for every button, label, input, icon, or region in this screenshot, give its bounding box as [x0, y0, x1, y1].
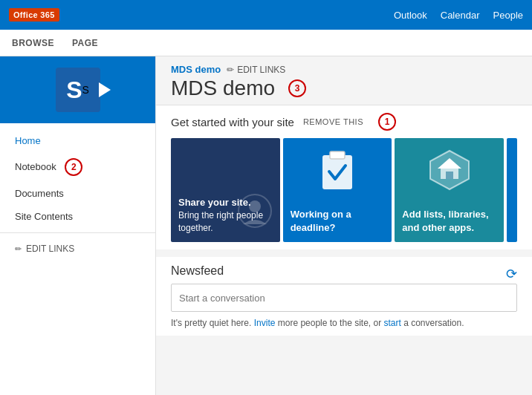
- site-title-row: MDS demo ✏ EDIT LINKS: [171, 64, 517, 75]
- remove-this-button[interactable]: REMOVE THIS: [303, 117, 363, 126]
- refresh-icon[interactable]: ⟳: [506, 266, 517, 282]
- card-deadline[interactable]: Working on a deadline?: [283, 138, 392, 242]
- sidebar-nav: Home Notebook 2 Documents Site Contents …: [0, 123, 155, 266]
- outlook-link[interactable]: Outlook: [394, 10, 427, 21]
- sidebar-item-site-contents[interactable]: Site Contents: [0, 205, 155, 228]
- card-apps-text: Add lists, libraries, and other apps.: [402, 208, 496, 235]
- sidebar-item-home[interactable]: Home: [0, 129, 155, 152]
- calendar-link[interactable]: Calendar: [441, 10, 480, 21]
- badge-2: 2: [65, 158, 82, 176]
- main-content: MDS demo ✏ EDIT LINKS MDS demo 3 Get sta…: [156, 56, 532, 395]
- topbar-left: Office 365: [9, 8, 59, 22]
- hex-house-icon: [429, 149, 470, 193]
- page-tab[interactable]: PAGE: [72, 38, 98, 48]
- get-started-title: Get started with your site: [171, 116, 294, 128]
- svg-point-2: [249, 200, 261, 212]
- card-apps[interactable]: Add lists, libraries, and other apps.: [395, 138, 504, 242]
- start-link[interactable]: start: [383, 318, 400, 328]
- quiet-text: It's pretty quiet here. Invite more peop…: [171, 318, 517, 328]
- get-started-section: Get started with your site REMOVE THIS 1: [156, 105, 532, 249]
- sp-arrow-icon: [99, 82, 111, 97]
- topbar-right: Outlook Calendar People: [394, 10, 523, 21]
- card-partial: [507, 138, 517, 242]
- svg-marker-0: [99, 82, 111, 97]
- main-layout: S Home Notebook 2 Documents Site Content…: [0, 56, 532, 395]
- get-started-header: Get started with your site REMOVE THIS 1: [171, 113, 517, 131]
- newsfeed-section: Newsfeed ⟳ It's pretty quiet here. Invit…: [156, 257, 532, 336]
- sharepoint-icon: S: [56, 68, 100, 112]
- page-title-row: MDS demo 3: [171, 76, 517, 100]
- card-share[interactable]: Share your site. Bring the right people …: [171, 138, 280, 242]
- top-navigation-bar: Office 365 Outlook Calendar People: [0, 0, 532, 30]
- site-name-small[interactable]: MDS demo: [171, 64, 221, 75]
- svg-rect-3: [322, 155, 352, 189]
- clipboard-icon: [319, 149, 356, 195]
- office365-logo[interactable]: Office 365: [9, 8, 59, 22]
- svg-rect-7: [446, 172, 453, 179]
- page-title: MDS demo: [171, 76, 275, 100]
- badge-1: 1: [378, 113, 396, 131]
- nav-divider: [0, 232, 155, 233]
- person-icon: [237, 193, 273, 231]
- content-header: MDS demo ✏ EDIT LINKS MDS demo 3: [156, 56, 532, 105]
- newsfeed-header-row: Newsfeed ⟳: [171, 264, 517, 284]
- edit-links-button[interactable]: ✏ EDIT LINKS: [227, 65, 285, 75]
- site-logo-area: S: [0, 56, 155, 123]
- sidebar-item-notebook[interactable]: Notebook 2: [0, 152, 155, 182]
- svg-rect-4: [330, 151, 345, 159]
- newsfeed-title: Newsfeed: [171, 264, 224, 278]
- pencil-icon: ✏: [15, 244, 22, 254]
- card-deadline-text: Working on a deadline?: [291, 208, 385, 235]
- browse-tab[interactable]: BROWSE: [12, 38, 54, 48]
- sidebar: S Home Notebook 2 Documents Site Content…: [0, 56, 156, 395]
- conversation-input[interactable]: [171, 284, 517, 312]
- ribbon-bar: BROWSE PAGE: [0, 30, 532, 56]
- people-link[interactable]: People: [493, 10, 523, 21]
- sidebar-item-documents[interactable]: Documents: [0, 182, 155, 205]
- badge-3: 3: [288, 79, 306, 97]
- sidebar-edit-links[interactable]: ✏ EDIT LINKS: [0, 238, 155, 260]
- invite-link[interactable]: Invite: [254, 318, 276, 328]
- pencil-icon-header: ✏: [227, 65, 234, 75]
- get-started-cards: Share your site. Bring the right people …: [171, 138, 517, 242]
